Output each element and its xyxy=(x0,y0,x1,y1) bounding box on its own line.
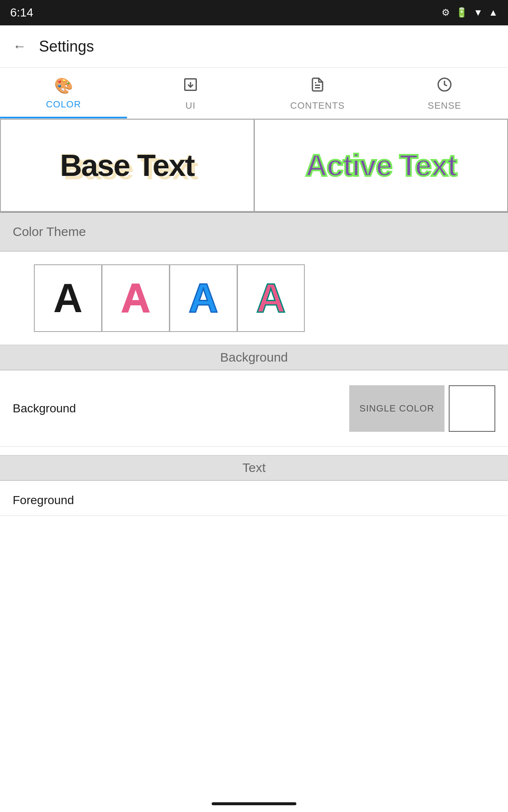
signal-icon: ▲ xyxy=(489,7,498,18)
contents-tab-label: CONTENTS xyxy=(290,100,345,111)
active-text-card[interactable]: Active Text xyxy=(254,119,508,212)
foreground-row: Foreground xyxy=(0,481,508,516)
theme-option-pink[interactable]: A xyxy=(102,264,169,332)
foreground-label: Foreground xyxy=(13,494,74,507)
letter-pink: A xyxy=(121,275,150,321)
single-color-button[interactable]: SINGLE COLOR xyxy=(349,385,444,432)
page-title: Settings xyxy=(39,38,94,55)
color-tab-label: COLOR xyxy=(46,99,81,110)
sense-tab-label: SENSE xyxy=(428,100,461,111)
text-section-header: Text xyxy=(0,455,508,480)
background-section-title: Background xyxy=(220,350,288,365)
wifi-icon: ▼ xyxy=(473,7,483,18)
ui-tab-label: UI xyxy=(185,100,196,111)
letter-plain: A xyxy=(53,275,83,321)
base-text-card[interactable]: Base Text xyxy=(0,119,254,212)
tab-ui[interactable]: UI xyxy=(127,68,254,118)
color-theme-section-header: Color Theme xyxy=(0,213,508,251)
active-text-preview: Active Text xyxy=(305,148,456,183)
back-button[interactable]: ← xyxy=(13,38,26,54)
background-section-header: Background xyxy=(0,345,508,370)
letter-green-outline: A xyxy=(256,275,285,321)
status-icons: ⚙ 🔋 ▼ ▲ xyxy=(442,7,498,18)
ui-tab-icon xyxy=(183,77,198,96)
theme-option-blue-outline[interactable]: A xyxy=(169,264,237,332)
theme-options-row: A A A A xyxy=(0,252,508,345)
tab-sense[interactable]: SENSE xyxy=(381,68,508,118)
tab-color[interactable]: 🎨 COLOR xyxy=(0,68,127,118)
contents-tab-icon xyxy=(310,77,325,96)
background-row: Background SINGLE COLOR xyxy=(0,370,508,447)
status-bar: 6:14 ⚙ 🔋 ▼ ▲ xyxy=(0,0,508,25)
battery-icon: 🔋 xyxy=(456,7,467,18)
background-row-label: Background xyxy=(13,402,345,415)
header: ← Settings xyxy=(0,25,508,68)
letter-blue-outline: A xyxy=(189,275,218,321)
home-indicator xyxy=(212,802,296,805)
sense-tab-icon xyxy=(437,77,452,96)
text-section-title: Text xyxy=(242,461,265,475)
background-row-controls: SINGLE COLOR xyxy=(349,385,495,432)
tabs-container: 🎨 COLOR UI CONTENTS xyxy=(0,68,508,119)
color-tab-icon: 🎨 xyxy=(54,77,73,95)
status-time: 6:14 xyxy=(10,6,33,19)
color-theme-title: Color Theme xyxy=(13,225,86,239)
base-text-preview: Base Text xyxy=(60,148,194,183)
theme-option-green-outline[interactable]: A xyxy=(237,264,305,332)
color-swatch[interactable] xyxy=(449,385,495,432)
preview-section: Base Text Active Text xyxy=(0,119,508,213)
theme-option-plain[interactable]: A xyxy=(34,264,102,332)
settings-status-icon: ⚙ xyxy=(442,7,450,18)
tab-contents[interactable]: CONTENTS xyxy=(254,68,381,118)
